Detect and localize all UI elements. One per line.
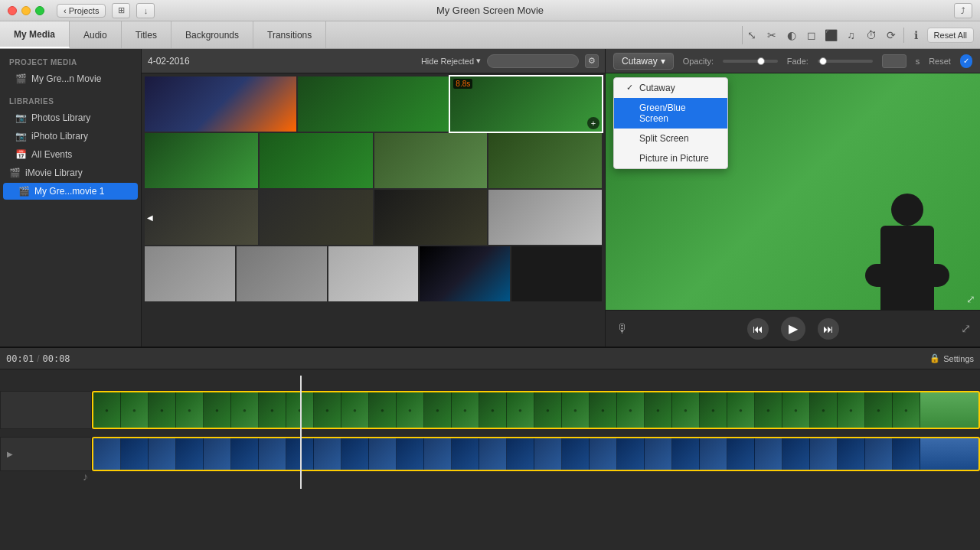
media-thumb-person-selected[interactable]: 8.8s + xyxy=(450,76,602,132)
tab-transitions[interactable]: Transitions xyxy=(253,21,326,48)
sidebar-item-photos[interactable]: 📷 Photos Library xyxy=(3,109,138,126)
media-thumb-bridge[interactable] xyxy=(374,133,488,188)
clip-type-dropdown-container: Cutaway ▾ ✓ Cutaway ✓ Green/Blue Screen … xyxy=(613,53,674,70)
opacity-slider-thumb xyxy=(757,57,765,65)
head-silhouette xyxy=(891,194,923,226)
media-thumb-rail1[interactable]: ◀ xyxy=(145,190,258,245)
expand-button[interactable]: ⤢ xyxy=(966,293,975,305)
prev-button[interactable]: ⏮ xyxy=(747,318,769,340)
sidebar-item-imovie-library[interactable]: 🎬 iMovie Library xyxy=(3,164,138,181)
camera-icon[interactable]: ⬛ xyxy=(822,26,841,44)
reset-button[interactable]: Reset xyxy=(929,57,951,66)
menu-item-pip[interactable]: ✓ Picture in Picture xyxy=(614,148,727,168)
fullscreen-button[interactable] xyxy=(35,6,44,15)
fullscreen-video-button[interactable]: ⤢ xyxy=(961,321,971,336)
project-media-section: PROJECT MEDIA xyxy=(0,55,141,70)
download-button[interactable]: ↓ xyxy=(136,3,155,18)
media-thumb-moon2[interactable] xyxy=(237,246,327,301)
space-track-thumbnails xyxy=(93,438,978,470)
media-thumb-rail2[interactable] xyxy=(260,190,373,245)
mask-icon[interactable]: ◻ xyxy=(802,26,821,44)
play-button[interactable]: ▶ xyxy=(781,317,805,341)
speed-icon[interactable]: ⏱ xyxy=(862,26,880,44)
clip-type-menu: ✓ Cutaway ✓ Green/Blue Screen ✓ Split Sc… xyxy=(613,77,728,169)
fade-input[interactable]: 0 xyxy=(882,54,906,68)
chevron-down-icon: ▾ xyxy=(476,56,481,66)
chevron-left-icon: ‹ xyxy=(64,6,67,15)
search-input[interactable] xyxy=(487,54,579,68)
media-thumb-space[interactable] xyxy=(420,246,510,301)
media-thumb-person2[interactable] xyxy=(260,133,373,188)
color-icon[interactable]: ◐ xyxy=(782,26,801,44)
timecode-separator: / xyxy=(37,353,39,364)
sidebar-item-all-events[interactable]: 📅 All Events xyxy=(3,146,138,163)
space-track[interactable] xyxy=(92,437,980,471)
media-header: 4-02-2016 Hide Rejected ▾ ⚙ xyxy=(142,49,605,73)
next-button[interactable]: ⏭ xyxy=(818,318,839,340)
media-thumb-person1[interactable] xyxy=(145,133,258,188)
checkmark-icon: ✓ xyxy=(626,83,633,93)
media-thumb-dark[interactable] xyxy=(511,246,602,301)
media-row xyxy=(145,133,602,188)
media-thumb-rail3[interactable] xyxy=(374,190,488,245)
gear-button[interactable]: ⚙ xyxy=(585,54,599,68)
chevron-down-icon: ▾ xyxy=(661,56,665,67)
sidebar-item-project-movie[interactable]: 🎬 My Gre...n Movie xyxy=(3,70,138,87)
menu-item-split-screen[interactable]: ✓ Split Screen xyxy=(614,129,727,148)
close-button[interactable] xyxy=(8,6,17,15)
media-thumb-green-screen[interactable] xyxy=(298,76,449,132)
back-label: Projects xyxy=(69,6,100,15)
clip-type-dropdown[interactable]: Cutaway ▾ xyxy=(613,53,674,70)
fade-slider[interactable] xyxy=(818,60,873,63)
sidebar: PROJECT MEDIA 🎬 My Gre...n Movie LIBRARI… xyxy=(0,49,142,347)
video-track-label xyxy=(0,391,92,429)
audio-track-icon: ▶ xyxy=(7,450,13,458)
info-icon[interactable]: ℹ xyxy=(907,26,926,44)
media-row xyxy=(145,246,602,301)
audio-icon[interactable]: ♫ xyxy=(842,26,861,44)
confirm-button[interactable]: ✓ xyxy=(960,54,972,68)
reset-all-button[interactable]: Reset All xyxy=(927,28,974,43)
media-thumb-moon1[interactable] xyxy=(145,246,235,301)
media-row: 8.8s + xyxy=(145,76,602,132)
sidebar-item-iphoto[interactable]: 📷 iPhoto Library xyxy=(3,128,138,145)
media-thumb-rail-wide[interactable] xyxy=(488,133,602,188)
project-icon: 🎬 xyxy=(18,186,30,197)
tab-audio[interactable]: Audio xyxy=(70,21,122,48)
tab-titles[interactable]: Titles xyxy=(122,21,172,48)
crop-icon[interactable]: ✂ xyxy=(763,26,781,44)
thumb-add-button[interactable]: + xyxy=(587,117,599,129)
stabilize-icon[interactable]: ⟳ xyxy=(882,26,900,44)
media-date: 4-02-2016 xyxy=(148,56,190,67)
transform-icon[interactable]: ⤡ xyxy=(743,26,761,44)
share-button[interactable]: ⤴ xyxy=(954,3,972,18)
prev-icon: ⏮ xyxy=(753,323,763,335)
settings-button[interactable]: 🔒 Settings xyxy=(929,353,974,363)
person-silhouette xyxy=(880,194,934,310)
timeline-playhead[interactable] xyxy=(300,376,302,489)
tab-backgrounds[interactable]: Backgrounds xyxy=(172,21,253,48)
grid-view-button[interactable]: ⊞ xyxy=(112,3,130,18)
current-timecode: 00:01 xyxy=(6,353,34,364)
imovie-icon: 🎬 xyxy=(9,168,21,178)
hide-rejected-button[interactable]: Hide Rejected ▾ xyxy=(421,56,481,66)
lock-icon: 🔒 xyxy=(929,353,940,363)
media-thumb-city[interactable] xyxy=(145,76,296,132)
music-note-icon: ♪ xyxy=(83,470,88,483)
arrow-icon: ◀ xyxy=(147,213,153,222)
green-screen-track[interactable] xyxy=(92,391,980,429)
menu-item-cutaway[interactable]: ✓ Cutaway xyxy=(614,78,727,98)
minimize-button[interactable] xyxy=(21,6,31,15)
menu-item-green-blue[interactable]: ✓ Green/Blue Screen xyxy=(614,98,727,129)
media-thumb-sky[interactable] xyxy=(488,190,602,245)
back-button[interactable]: ‹ Projects xyxy=(57,4,106,18)
media-thumb-moon3[interactable] xyxy=(328,246,419,301)
sidebar-item-project-1[interactable]: 🎬 My Gre...movie 1 xyxy=(3,183,138,200)
opacity-slider[interactable] xyxy=(723,60,778,63)
tab-my-media[interactable]: My Media xyxy=(0,21,70,48)
thumb-duration: 8.8s xyxy=(453,79,472,89)
total-timecode: 00:08 xyxy=(42,353,70,364)
toolbar-divider xyxy=(903,28,904,43)
microphone-button[interactable]: 🎙 xyxy=(616,322,629,336)
opacity-label: Opacity: xyxy=(683,57,714,66)
